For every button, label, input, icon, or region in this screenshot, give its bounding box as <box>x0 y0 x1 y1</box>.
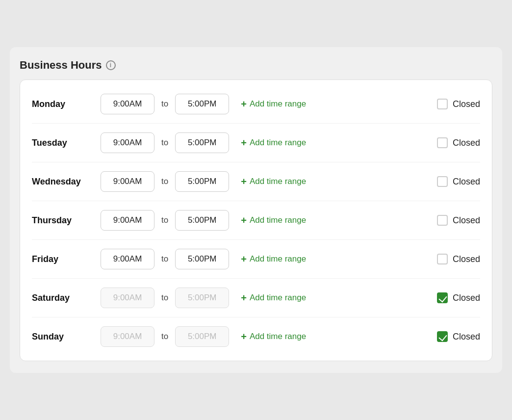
add-time-range-tuesday[interactable]: +Add time range <box>241 138 306 148</box>
closed-container-sunday: Closed <box>437 331 480 342</box>
day-label-wednesday: Wednesday <box>32 177 101 187</box>
end-time-thursday[interactable] <box>175 210 229 231</box>
day-row: Thursdayto+Add time rangeClosed <box>32 201 480 240</box>
closed-label-wednesday: Closed <box>453 177 480 187</box>
start-time-sunday <box>101 326 154 347</box>
day-label-tuesday: Tuesday <box>32 138 101 148</box>
add-time-range-label: Add time range <box>250 177 306 186</box>
closed-container-friday: Closed <box>437 254 480 264</box>
plus-icon: + <box>241 254 247 264</box>
add-time-range-label: Add time range <box>250 99 306 109</box>
closed-container-saturday: Closed <box>437 292 480 303</box>
closed-label-saturday: Closed <box>453 293 480 303</box>
day-row: Fridayto+Add time rangeClosed <box>32 240 480 279</box>
to-label: to <box>161 215 168 225</box>
closed-checkbox-friday[interactable] <box>437 254 448 264</box>
day-row: Sundayto+Add time rangeClosed <box>32 317 480 356</box>
to-label: to <box>161 293 168 303</box>
start-time-thursday[interactable] <box>101 210 154 231</box>
closed-container-tuesday: Closed <box>437 137 480 148</box>
closed-label-sunday: Closed <box>453 332 480 342</box>
add-time-range-friday[interactable]: +Add time range <box>241 254 306 264</box>
closed-label-friday: Closed <box>453 254 480 264</box>
add-time-range-saturday[interactable]: +Add time range <box>241 293 306 303</box>
to-label: to <box>161 332 168 341</box>
day-row: Wednesdayto+Add time rangeClosed <box>32 162 480 201</box>
closed-checkbox-wednesday[interactable] <box>437 176 448 187</box>
add-time-range-sunday[interactable]: +Add time range <box>241 332 306 341</box>
day-label-monday: Monday <box>32 99 101 109</box>
day-label-friday: Friday <box>32 254 101 264</box>
to-label: to <box>161 177 168 186</box>
plus-icon: + <box>241 138 247 148</box>
add-time-range-label: Add time range <box>250 293 306 303</box>
day-label-sunday: Sunday <box>32 332 101 342</box>
start-time-friday[interactable] <box>101 249 154 269</box>
closed-container-monday: Closed <box>437 99 480 109</box>
section-title-text: Business Hours <box>20 59 102 72</box>
closed-checkbox-sunday[interactable] <box>437 331 448 342</box>
add-time-range-wednesday[interactable]: +Add time range <box>241 177 306 186</box>
end-time-wednesday[interactable] <box>175 171 229 192</box>
business-hours-container: Business Hours i Mondayto+Add time range… <box>10 47 502 373</box>
start-time-wednesday[interactable] <box>101 171 154 192</box>
day-label-thursday: Thursday <box>32 215 101 226</box>
info-icon[interactable]: i <box>106 60 116 70</box>
closed-checkbox-monday[interactable] <box>437 99 448 109</box>
closed-container-thursday: Closed <box>437 215 480 226</box>
end-time-sunday <box>175 326 229 347</box>
to-label: to <box>161 254 168 264</box>
closed-checkbox-tuesday[interactable] <box>437 137 448 148</box>
closed-label-tuesday: Closed <box>453 138 480 148</box>
hours-card: Mondayto+Add time rangeClosedTuesdayto+A… <box>20 79 492 361</box>
start-time-monday[interactable] <box>101 94 154 114</box>
add-time-range-label: Add time range <box>250 332 306 341</box>
closed-checkbox-saturday[interactable] <box>437 292 448 303</box>
end-time-saturday <box>175 288 229 308</box>
add-time-range-thursday[interactable]: +Add time range <box>241 215 306 225</box>
section-title: Business Hours i <box>20 59 492 72</box>
start-time-tuesday[interactable] <box>101 132 154 153</box>
day-row: Tuesdayto+Add time rangeClosed <box>32 124 480 162</box>
closed-label-monday: Closed <box>453 99 480 109</box>
day-label-saturday: Saturday <box>32 293 101 303</box>
day-row: Mondayto+Add time rangeClosed <box>32 85 480 124</box>
add-time-range-label: Add time range <box>250 138 306 148</box>
to-label: to <box>161 99 168 109</box>
plus-icon: + <box>241 215 247 225</box>
plus-icon: + <box>241 332 247 341</box>
closed-checkbox-thursday[interactable] <box>437 215 448 226</box>
day-row: Saturdayto+Add time rangeClosed <box>32 279 480 317</box>
end-time-monday[interactable] <box>175 94 229 114</box>
plus-icon: + <box>241 293 247 303</box>
plus-icon: + <box>241 177 247 186</box>
start-time-saturday <box>101 288 154 308</box>
closed-container-wednesday: Closed <box>437 176 480 187</box>
add-time-range-monday[interactable]: +Add time range <box>241 99 306 109</box>
add-time-range-label: Add time range <box>250 254 306 264</box>
closed-label-thursday: Closed <box>453 215 480 226</box>
plus-icon: + <box>241 99 247 109</box>
to-label: to <box>161 138 168 148</box>
end-time-friday[interactable] <box>175 249 229 269</box>
end-time-tuesday[interactable] <box>175 132 229 153</box>
add-time-range-label: Add time range <box>250 215 306 225</box>
